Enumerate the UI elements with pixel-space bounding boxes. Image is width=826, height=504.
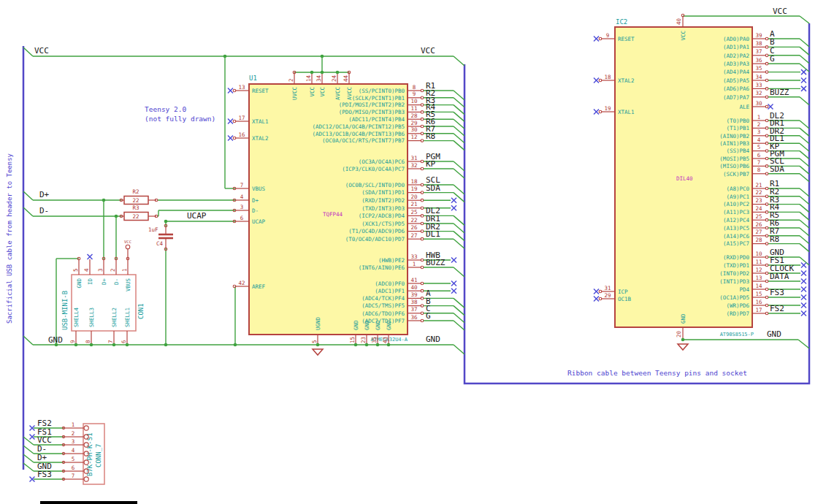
- pin-end: [421, 230, 424, 233]
- resistor-r3-value: 22: [132, 213, 139, 220]
- con1-type: USB-MINI-B: [61, 291, 69, 330]
- no-connect-x-icon: [451, 198, 456, 203]
- svg-text:(T1/OC4D/ADC9)PD6: (T1/OC4D/ADC9)PD6: [348, 228, 405, 234]
- note-teensy-title: Teensy 2.0: [145, 105, 186, 113]
- svg-text:28: 28: [755, 237, 762, 243]
- svg-text:27: 27: [410, 232, 417, 239]
- svg-text:36: 36: [410, 314, 418, 321]
- svg-text:(ADC1)PF1: (ADC1)PF1: [375, 288, 405, 294]
- svg-text:VCC: VCC: [319, 87, 326, 97]
- capacitor-c4[interactable]: 1uFC4: [148, 224, 173, 251]
- svg-text:2: 2: [72, 430, 75, 437]
- pin-end: [421, 266, 424, 269]
- svg-text:29: 29: [410, 120, 417, 126]
- svg-text:(ICP3/CLK0/OC4A)PC7: (ICP3/CLK0/OC4A)PC7: [342, 166, 405, 172]
- pin-end: [765, 88, 768, 91]
- svg-text:44: 44: [343, 75, 349, 82]
- resistor-r2-ref: R2: [132, 188, 139, 195]
- svg-text:(SCK)PB7: (SCK)PB7: [723, 171, 749, 177]
- pin-end: [421, 237, 424, 240]
- pin-end: [765, 165, 768, 168]
- net-label-ucap: UCAP: [187, 211, 207, 221]
- svg-text:24: 24: [755, 205, 762, 212]
- svg-text:3: 3: [72, 438, 75, 445]
- pin-end: [421, 183, 424, 186]
- svg-text:(ADC13/OC1B/OC4B/PCINT13)PB6: (ADC13/OC1B/OC4B/PCINT13)PB6: [313, 131, 405, 137]
- svg-text:D+: D+: [252, 197, 259, 204]
- pin-end: [765, 234, 768, 237]
- pin-end: [421, 222, 424, 225]
- pin-end: [421, 96, 424, 99]
- resistor-r2[interactable]: R222: [120, 188, 158, 205]
- svg-text:25: 25: [755, 213, 762, 220]
- net-label-BUZZ: BUZZ: [770, 88, 789, 97]
- net-label-FS3: FS3: [37, 470, 52, 479]
- svg-text:(AD6)PA6: (AD6)PA6: [723, 85, 750, 92]
- svg-text:38: 38: [755, 40, 762, 47]
- pin-end: [421, 132, 424, 135]
- junction-dot: [387, 343, 391, 347]
- svg-text:37: 37: [410, 306, 417, 313]
- pin-end: [599, 37, 602, 40]
- svg-text:7: 7: [757, 159, 761, 166]
- svg-text:(T1)PB1: (T1)PB1: [726, 125, 749, 131]
- pin-end: [681, 14, 684, 17]
- no-connect-x-icon: [801, 303, 806, 308]
- no-connect-x-icon: [801, 287, 806, 292]
- svg-text:RESET: RESET: [252, 88, 269, 94]
- svg-text:(ADC11/PCINT4)PB4: (ADC11/PCINT4)PB4: [348, 116, 405, 123]
- svg-text:13: 13: [755, 275, 762, 281]
- schematic-svg: VCCVCCGNDGNDD+D-UCAPVCCGNDU1TQFP44ATMEGA…: [0, 0, 826, 504]
- net-label-gnd-right: GND: [426, 335, 440, 344]
- con1-pin-2: 2D-: [110, 257, 120, 285]
- no-connect-x-icon: [594, 78, 599, 83]
- vcc-power-symbol: VCC: [124, 240, 131, 259]
- junction-dot: [681, 338, 685, 342]
- no-connect-x-icon: [228, 136, 233, 141]
- svg-text:4: 4: [757, 137, 761, 143]
- con1-usb-mini-b[interactable]: USB-MINI-BCON15GND4ID3D+2D-1VBUS9SHELL48…: [61, 240, 145, 345]
- u1-atmega32u4[interactable]: U1TQFP44ATMEGA32U4-A13RESET17XTAL116XTAL…: [228, 71, 464, 355]
- note-ribbon-cable: Ribbon cable between Teensy pins and soc…: [567, 369, 747, 377]
- ic2-at90s8515[interactable]: IC2DIL40AT90S8515-P40VCC20GND9RESET18XTA…: [594, 14, 809, 350]
- pin-end: [421, 199, 424, 202]
- svg-text:SHELL1: SHELL1: [124, 308, 131, 327]
- svg-text:22: 22: [755, 189, 762, 196]
- svg-text:(INT6/AIN0)PE6: (INT6/AIN0)PE6: [359, 264, 405, 271]
- svg-text:15: 15: [349, 337, 356, 343]
- pin-end: [599, 110, 602, 113]
- junction-dot: [223, 55, 227, 58]
- svg-text:40: 40: [410, 284, 418, 291]
- svg-text:10: 10: [410, 98, 418, 104]
- svg-text:12: 12: [410, 134, 417, 140]
- svg-text:1: 1: [757, 114, 761, 121]
- svg-text:4: 4: [72, 447, 75, 454]
- svg-text:(ADC7/TDI)PF7: (ADC7/TDI)PF7: [362, 318, 405, 324]
- junction-dot: [321, 71, 324, 75]
- net-label-DATA: DATA: [770, 272, 789, 281]
- svg-text:40: 40: [676, 18, 682, 25]
- no-connect-x-icon: [801, 311, 806, 316]
- svg-text:(WR)PD6: (WR)PD6: [726, 302, 749, 309]
- svg-text:6: 6: [240, 215, 244, 221]
- svg-text:31: 31: [410, 155, 417, 161]
- no-connect-x-icon: [594, 110, 599, 115]
- no-connect-x-icon: [801, 271, 806, 276]
- pin-end: [765, 157, 768, 160]
- svg-text:AREF: AREF: [252, 283, 266, 290]
- conn7-pin-6: 6GND: [23, 462, 88, 473]
- no-connect-x-icon: [801, 279, 806, 284]
- svg-text:SHELL2: SHELL2: [111, 308, 118, 327]
- no-connect-x-icon: [801, 263, 806, 268]
- conn7-header[interactable]: B7K-PH-K-S1CONN_71FS22FS13VCC4D-5D+6GND7…: [23, 419, 104, 484]
- no-connect-x-icon: [228, 88, 233, 93]
- pin-end: [765, 134, 768, 137]
- svg-text:27: 27: [755, 229, 762, 235]
- svg-text:35: 35: [371, 337, 378, 343]
- svg-text:(SDA/INT1)PD1: (SDA/INT1)PD1: [362, 189, 405, 196]
- svg-text:D+: D+: [101, 278, 107, 286]
- pin-end: [765, 119, 768, 122]
- svg-text:(AIN0)PB2: (AIN0)PB2: [719, 133, 749, 140]
- gnd-symbol-icon: [678, 344, 688, 350]
- resistor-r3[interactable]: R322: [120, 205, 158, 221]
